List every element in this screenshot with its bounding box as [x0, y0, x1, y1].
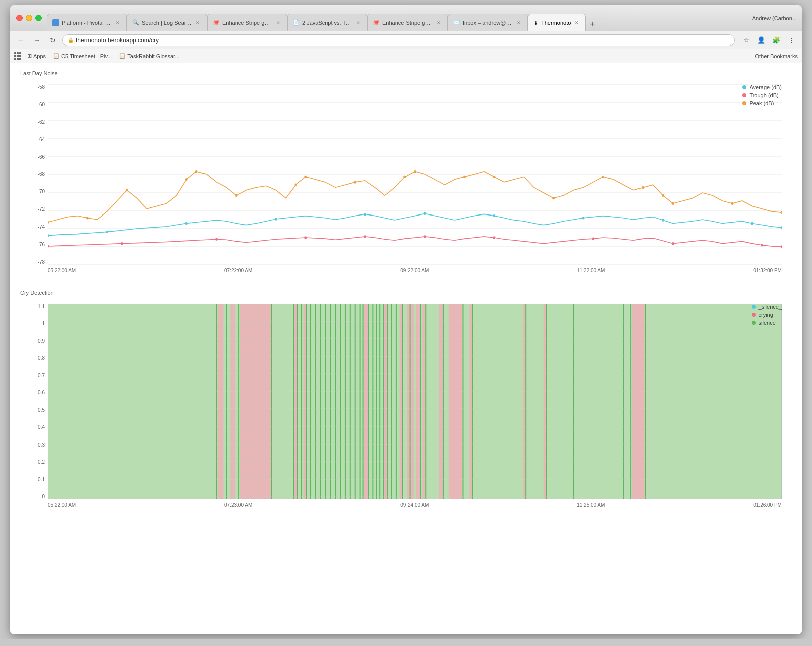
cry-x-axis: 05:22:00 AM 07:23:00 AM 09:24:00 AM 11:2…	[48, 500, 782, 514]
svg-point-11	[48, 221, 49, 224]
bookmark-c5-label: C5 Timesheet - Piv...	[61, 53, 112, 59]
cry-y-axis: 1.1 1 0.9 0.8 0.7 0.6 0.5 0.4 0.3 0.2 0.…	[20, 304, 48, 499]
tabs-bar: Platform - Pivotal Tra... ✕ 🔍 Search | L…	[42, 5, 712, 31]
extensions-icon[interactable]: 🧩	[770, 34, 783, 47]
bookmarks-bar: ⊞ Apps 📋 C5 Timesheet - Piv... 📋 TaskRab…	[10, 49, 802, 63]
bookmark-apps[interactable]: ⊞ Apps	[25, 53, 48, 59]
bookmark-taskrabbit-label: TaskRabbit Glossar...	[127, 53, 179, 59]
tab-close-icon[interactable]: ✕	[355, 19, 362, 26]
noise-y-axis: -58 -60 -62 -64 -66 -68 -70 -72 -74 -76 …	[20, 84, 48, 265]
svg-rect-60	[384, 304, 387, 499]
bookmark-star-icon[interactable]: ☆	[740, 34, 753, 47]
svg-rect-63	[416, 304, 420, 499]
tab-label: Enhance Stripe gem t...	[382, 20, 433, 26]
tab-platform[interactable]: Platform - Pivotal Tra... ✕	[47, 14, 127, 31]
legend-crying: crying	[752, 312, 782, 318]
noise-chart-legend: Average (dB) Trough (dB) Peak (dB)	[742, 84, 782, 108]
tab-favicon: 🐙	[373, 19, 380, 26]
svg-point-51	[761, 244, 763, 246]
legend-trough: Trough (dB)	[742, 92, 782, 98]
new-tab-button[interactable]: +	[586, 18, 599, 31]
noise-chart-title: Last Day Noise	[20, 70, 792, 76]
tab-javascript[interactable]: 📄 2 JavaScript vs. TypeSc... ✕	[287, 14, 367, 31]
svg-point-34	[275, 218, 277, 220]
silence-under-label: _silence_	[759, 304, 782, 310]
settings-icon[interactable]: ⋮	[785, 34, 798, 47]
legend-peak: Peak (dB)	[742, 100, 782, 106]
svg-point-47	[424, 235, 426, 238]
cry-chart-container: 1.1 1 0.9 0.8 0.7 0.6 0.5 0.4 0.3 0.2 0.…	[20, 299, 792, 514]
maximize-button[interactable]	[35, 15, 42, 21]
tab-favicon: 🐙	[213, 19, 220, 26]
tab-thermonoto[interactable]: 🌡 Thermonoto ✕	[528, 14, 586, 31]
svg-rect-65	[439, 304, 443, 499]
svg-point-22	[463, 176, 466, 178]
other-bookmarks[interactable]: Other Bookmarks	[755, 53, 798, 59]
apps-grid-icon[interactable]	[14, 52, 22, 60]
svg-rect-109	[632, 304, 645, 499]
svg-point-39	[662, 219, 664, 221]
svg-point-38	[582, 217, 585, 219]
svg-point-26	[642, 186, 644, 189]
silence-under-dot	[752, 305, 756, 309]
reload-button[interactable]: ↻	[46, 34, 59, 47]
svg-rect-53	[48, 304, 782, 499]
svg-point-42	[48, 245, 49, 247]
svg-point-17	[294, 184, 297, 186]
tab-close-icon[interactable]: ✕	[515, 19, 522, 26]
tab-enhance-stripe-2[interactable]: 🐙 Enhance Stripe gem t... ✕	[367, 14, 448, 31]
svg-point-28	[672, 202, 674, 205]
taskrabbit-icon: 📋	[119, 53, 126, 59]
bookmark-taskrabbit[interactable]: 📋 TaskRabbit Glossar...	[117, 53, 181, 59]
noise-chart-container: -58 -60 -62 -64 -66 -68 -70 -72 -74 -76 …	[20, 79, 792, 280]
tab-favicon: 🔍	[132, 19, 139, 26]
svg-point-14	[185, 178, 188, 181]
tab-favicon	[52, 19, 59, 26]
tab-enhance-stripe-1[interactable]: 🐙 Enhance Stripe gem... ✕	[207, 14, 287, 31]
noise-x-axis: 05:22:00 AM 07:22:00 AM 09:22:00 AM 11:3…	[48, 266, 782, 280]
svg-point-49	[592, 237, 594, 240]
svg-rect-69	[544, 304, 546, 499]
tab-close-icon[interactable]: ✕	[275, 19, 282, 26]
bookmark-c5-timesheet[interactable]: 📋 C5 Timesheet - Piv...	[51, 53, 114, 59]
profile-icon[interactable]: 👤	[755, 34, 768, 47]
svg-point-44	[215, 238, 218, 241]
svg-rect-67	[469, 304, 472, 499]
tab-label: Platform - Pivotal Tra...	[62, 20, 112, 26]
minimize-button[interactable]	[26, 15, 32, 21]
tab-label: Search | Log Search...	[142, 20, 192, 26]
bookmark-apps-label: Apps	[33, 53, 46, 59]
svg-point-52	[781, 245, 782, 248]
svg-point-16	[235, 194, 238, 197]
trough-label: Trough (dB)	[749, 92, 778, 98]
tab-label: Inbox – andrew@carb...	[463, 20, 513, 26]
average-dot	[742, 85, 746, 89]
svg-point-15	[195, 170, 197, 173]
svg-point-12	[86, 217, 89, 219]
tab-close-icon[interactable]: ✕	[114, 19, 121, 26]
tab-close-icon[interactable]: ✕	[435, 19, 442, 26]
apps-icon: ⊞	[27, 53, 32, 59]
tab-favicon: ✉️	[453, 19, 460, 26]
svg-point-18	[304, 176, 307, 178]
silence-label: silence	[759, 320, 776, 326]
legend-average: Average (dB)	[742, 84, 782, 90]
tab-log-search[interactable]: 🔍 Search | Log Search... ✕	[127, 14, 207, 31]
tab-close-icon[interactable]: ✕	[194, 19, 201, 26]
svg-point-25	[602, 176, 604, 178]
close-button[interactable]	[16, 15, 23, 21]
back-button[interactable]: ←	[14, 34, 27, 47]
tab-favicon: 📄	[293, 19, 300, 26]
legend-silence-under: _silence_	[752, 304, 782, 310]
crying-dot	[752, 313, 756, 317]
tab-inbox[interactable]: ✉️ Inbox – andrew@carb... ✕	[448, 14, 528, 31]
svg-point-29	[731, 202, 734, 205]
forward-button[interactable]: →	[30, 34, 43, 47]
address-bar[interactable]: 🔒 thermonoto.herokuapp.com/cry	[62, 34, 735, 46]
svg-rect-58	[304, 304, 306, 499]
svg-point-40	[751, 222, 753, 225]
navigation-bar: ← → ↻ 🔒 thermonoto.herokuapp.com/cry ☆ 👤…	[10, 31, 802, 49]
tab-close-icon[interactable]: ✕	[573, 19, 580, 26]
cry-chart-title: Cry Detection	[20, 290, 792, 296]
svg-point-45	[304, 236, 307, 239]
